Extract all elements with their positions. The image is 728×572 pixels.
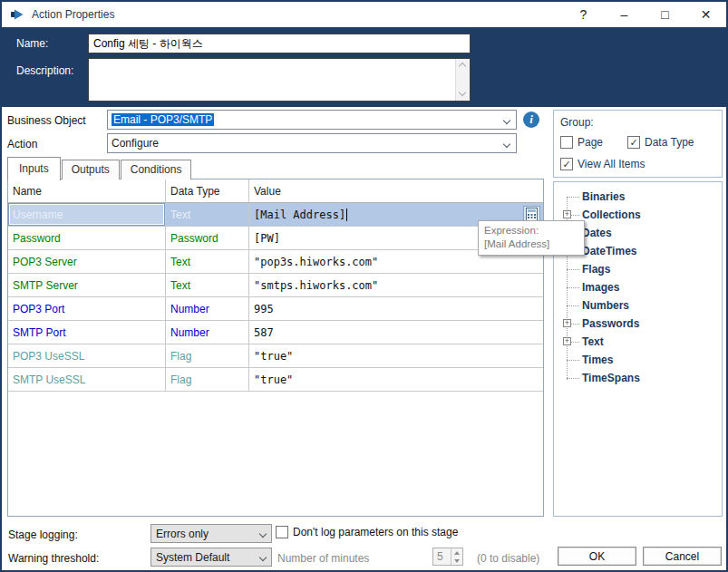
- chevron-down-icon: [503, 117, 510, 124]
- column-header-name: Name: [8, 179, 166, 202]
- expand-plus-icon[interactable]: +: [563, 337, 571, 345]
- cell-name: POP3 Server: [8, 250, 166, 273]
- ok-button[interactable]: OK: [558, 547, 636, 566]
- stage-logging-value: Errors only: [156, 528, 209, 540]
- value-text: 587: [254, 326, 274, 339]
- expand-plus-icon[interactable]: +: [563, 319, 571, 327]
- cell-name: Password: [8, 227, 166, 249]
- value-text: "pop3s.hiworks.com": [254, 256, 378, 268]
- cell-value[interactable]: 587: [249, 321, 543, 344]
- checkbox-label: Page: [578, 136, 603, 149]
- cell-data-type: Number: [166, 297, 249, 320]
- value-text: "smtps.hiworks.com": [254, 279, 378, 292]
- tab-strip: InputsOutputsConditions: [7, 156, 192, 179]
- stage-logging-select[interactable]: Errors only: [150, 524, 272, 543]
- description-textarea[interactable]: [88, 58, 471, 102]
- chevron-down-icon: [503, 141, 510, 148]
- column-header-value: Value: [249, 179, 543, 202]
- maximize-button[interactable]: □: [645, 2, 685, 27]
- tree-item-label: Passwords: [582, 317, 639, 330]
- tree-item-times[interactable]: Times: [554, 351, 722, 369]
- table-row-smtp-usessl[interactable]: SMTP UseSSLFlag"true": [8, 368, 543, 392]
- checkbox-data-type[interactable]: ✓Data Type: [627, 136, 694, 149]
- tab-outputs[interactable]: Outputs: [62, 160, 120, 179]
- checkbox-box: [276, 526, 288, 538]
- cell-value[interactable]: "true": [249, 368, 543, 391]
- cell-value[interactable]: "smtps.hiworks.com": [249, 274, 543, 296]
- title-bar: Action Properties ? – □ ✕: [2, 2, 726, 27]
- tree-item-label: Images: [582, 281, 619, 294]
- cell-name: POP3 UseSSL: [8, 344, 166, 367]
- cell-data-type: Password: [166, 227, 249, 249]
- checkbox-label: Data Type: [645, 136, 694, 149]
- checkbox-view-all-items[interactable]: ✓View All Items: [560, 158, 645, 170]
- business-object-select[interactable]: Email - POP3/SMTP: [107, 110, 517, 130]
- value-text: [Mail Address]: [254, 208, 345, 221]
- table-row-username[interactable]: UsernameText[Mail Address]: [8, 203, 543, 227]
- tab-inputs[interactable]: Inputs: [7, 157, 61, 180]
- description-label: Description:: [16, 64, 73, 77]
- cancel-button[interactable]: Cancel: [643, 547, 722, 566]
- stage-logging-label: Stage logging:: [8, 528, 78, 541]
- name-label: Name:: [16, 37, 48, 50]
- tree-item-label: Dates: [582, 227, 612, 239]
- tree-item-flags[interactable]: Flags: [554, 260, 722, 278]
- action-stage-icon: [10, 7, 24, 22]
- tree-item-text[interactable]: +Text: [554, 333, 722, 351]
- checkbox-page[interactable]: Page: [560, 136, 603, 149]
- spinner-buttons: [451, 548, 462, 565]
- minutes-spinner[interactable]: 5: [432, 548, 463, 566]
- tooltip-line1: Expression:: [484, 224, 578, 238]
- table-row-pop3-server[interactable]: POP3 ServerText"pop3s.hiworks.com": [8, 250, 543, 274]
- action-value: Configure: [112, 137, 159, 150]
- expand-plus-icon[interactable]: +: [563, 210, 571, 218]
- help-button[interactable]: ?: [563, 2, 604, 27]
- tree-item-passwords[interactable]: +Passwords: [554, 315, 722, 333]
- table-row-smtp-server[interactable]: SMTP ServerText"smtps.hiworks.com": [8, 274, 543, 297]
- table-row-smtp-port[interactable]: SMTP PortNumber587: [8, 321, 543, 344]
- spinner-down-icon[interactable]: [451, 557, 462, 565]
- tree-item-label: Collections: [582, 208, 641, 221]
- table-row-pop3-usessl[interactable]: POP3 UseSSLFlag"true": [8, 344, 543, 368]
- scroll-up-icon[interactable]: [460, 63, 466, 70]
- chevron-down-icon: [259, 530, 267, 538]
- cell-value[interactable]: 995: [249, 297, 543, 320]
- cell-name: SMTP UseSSL: [8, 368, 166, 391]
- inputs-table-rows: UsernameText[Mail Address]PasswordPasswo…: [8, 203, 543, 392]
- window-title: Action Properties: [32, 8, 114, 21]
- disable-hint-label: (0 to disable): [477, 552, 539, 565]
- action-label: Action: [7, 138, 37, 150]
- table-row-pop3-port[interactable]: POP3 PortNumber995: [8, 297, 543, 321]
- warning-threshold-select[interactable]: System Default: [150, 548, 272, 567]
- minimize-button[interactable]: –: [604, 2, 645, 27]
- tree-item-numbers[interactable]: Numbers: [554, 296, 722, 315]
- warning-threshold-label: Warning threshold:: [8, 552, 99, 565]
- chevron-down-icon: [259, 554, 267, 561]
- tab-conditions[interactable]: Conditions: [121, 160, 192, 179]
- inputs-table: NameData TypeValue UsernameText[Mail Add…: [7, 179, 544, 517]
- scroll-down-icon[interactable]: [460, 90, 466, 96]
- info-icon[interactable]: i: [523, 111, 539, 128]
- cell-name: SMTP Port: [8, 321, 166, 344]
- tree-item-binaries[interactable]: Binaries: [554, 188, 722, 206]
- cell-data-type: Flag: [166, 344, 249, 367]
- tree-item-label: Text: [582, 335, 604, 348]
- dont-log-checkbox[interactable]: Don't log parameters on this stage: [276, 526, 458, 538]
- close-button[interactable]: ✕: [685, 2, 726, 27]
- column-header-data-type: Data Type: [166, 179, 249, 202]
- spinner-up-icon[interactable]: [451, 548, 462, 557]
- description-scrollbar[interactable]: [455, 59, 470, 101]
- cell-value[interactable]: "true": [249, 344, 543, 367]
- checkbox-box: [560, 136, 573, 149]
- tree-item-timespans[interactable]: TimeSpans: [554, 369, 722, 387]
- text-caret: [346, 208, 347, 221]
- group-label: Group:: [560, 116, 594, 129]
- action-properties-dialog: Action Properties ? – □ ✕ Name: Descript…: [0, 0, 728, 572]
- group-panel: Group: Page✓Data Type✓View All Items: [553, 110, 723, 178]
- tree-item-images[interactable]: Images: [554, 278, 722, 296]
- action-select[interactable]: Configure: [107, 133, 517, 153]
- window-controls: ? – □ ✕: [563, 2, 726, 27]
- tree-item-label: DateTimes: [582, 245, 636, 257]
- table-row-password[interactable]: PasswordPassword[PW]: [8, 227, 543, 250]
- name-input[interactable]: [88, 34, 471, 53]
